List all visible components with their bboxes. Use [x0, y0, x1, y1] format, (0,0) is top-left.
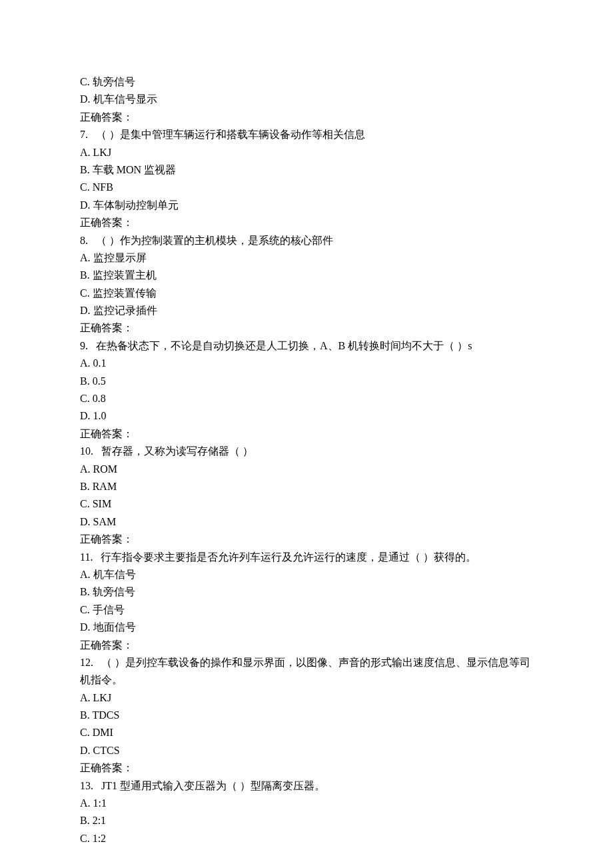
option-text: C. SIM [80, 495, 533, 513]
option-text: B. 0.5 [80, 373, 533, 390]
question-text: 行车指令要求主要指是否允许列车运行及允许运行的速度，是通过（ ）获得的。 [101, 551, 476, 563]
option-text: D. 1.0 [80, 407, 533, 425]
option-text: C. NFB [80, 179, 533, 196]
question-number: 13. [80, 780, 93, 791]
option-text: C. 1:2 [80, 830, 533, 847]
option-text: B. TDCS [80, 707, 533, 724]
option-text: C. 监控装置传输 [80, 285, 533, 302]
question-8: 8. （ ）作为控制装置的主机模块，是系统的核心部件 [80, 232, 533, 249]
question-text: （ ）是集中管理车辆运行和搭载车辆设备动作等相关信息 [96, 129, 365, 140]
question-text: JT1 型通用式输入变压器为（ ）型隔离变压器。 [101, 780, 325, 791]
question-number: 9. [80, 340, 88, 351]
option-text: D. 机车信号显示 [80, 91, 533, 108]
question-text: （ ）是列控车载设备的操作和显示界面，以图像、声音的形式输出速度信息、显示信息等… [80, 657, 530, 685]
question-number: 12. [80, 657, 93, 668]
question-number: 8. [80, 235, 88, 246]
option-text: A. 监控显示屏 [80, 249, 533, 267]
option-text: B. RAM [80, 478, 533, 495]
option-text: D. 地面信号 [80, 619, 533, 636]
option-text: C. 手信号 [80, 601, 533, 619]
option-text: B. 监控装置主机 [80, 267, 533, 284]
answer-label: 正确答案： [80, 759, 533, 777]
option-text: B. 2:1 [80, 812, 533, 829]
question-text: （ ）作为控制装置的主机模块，是系统的核心部件 [96, 235, 333, 246]
answer-label: 正确答案： [80, 637, 533, 654]
option-text: A. 机车信号 [80, 566, 533, 583]
option-text: C. 0.8 [80, 390, 533, 407]
option-text: A. LKJ [80, 689, 533, 707]
question-number: 7. [80, 129, 88, 140]
option-text: A. LKJ [80, 144, 533, 161]
answer-label: 正确答案： [80, 425, 533, 443]
answer-label: 正确答案： [80, 319, 533, 337]
answer-label: 正确答案： [80, 109, 533, 126]
option-text: A. 0.1 [80, 355, 533, 372]
option-text: A. ROM [80, 461, 533, 478]
question-11: 11. 行车指令要求主要指是否允许列车运行及允许运行的速度，是通过（ ）获得的。 [80, 549, 533, 566]
question-7: 7. （ ）是集中管理车辆运行和搭载车辆设备动作等相关信息 [80, 126, 533, 143]
question-number: 10. [80, 445, 93, 457]
answer-label: 正确答案： [80, 531, 533, 548]
question-text: 在热备状态下，不论是自动切换还是人工切换，A、B 机转换时间均不大于（ ）s [96, 340, 472, 351]
option-text: D. CTCS [80, 742, 533, 759]
question-10: 10. 暂存器，又称为读写存储器（ ） [80, 443, 533, 460]
option-text: C. 轨旁信号 [80, 73, 533, 91]
option-text: D. 监控记录插件 [80, 302, 533, 319]
option-text: D. SAM [80, 513, 533, 531]
question-number: 11. [80, 551, 93, 563]
question-13: 13. JT1 型通用式输入变压器为（ ）型隔离变压器。 [80, 777, 533, 795]
option-text: D. 车体制动控制单元 [80, 197, 533, 214]
option-text: A. 1:1 [80, 795, 533, 812]
document-page: C. 轨旁信号 D. 机车信号显示 正确答案： 7. （ ）是集中管理车辆运行和… [0, 0, 613, 868]
question-12: 12. （ ）是列控车载设备的操作和显示界面，以图像、声音的形式输出速度信息、显… [80, 654, 533, 689]
option-text: C. DMI [80, 724, 533, 741]
option-text: B. 车载 MON 监视器 [80, 161, 533, 179]
answer-label: 正确答案： [80, 214, 533, 231]
option-text: B. 轨旁信号 [80, 583, 533, 601]
question-text: 暂存器，又称为读写存储器（ ） [101, 445, 253, 457]
question-9: 9. 在热备状态下，不论是自动切换还是人工切换，A、B 机转换时间均不大于（ ）… [80, 337, 533, 355]
